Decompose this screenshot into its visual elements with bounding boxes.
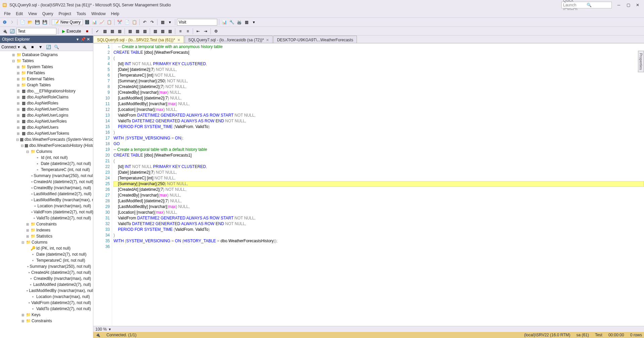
code-line[interactable]: GO	[113, 141, 644, 147]
tree-node[interactable]: ⊞▦dbo.AspNetUserLogins	[0, 112, 93, 118]
code-line[interactable]: [Summary] [nvarchar](250) NOT NULL,	[113, 181, 644, 187]
tree-node[interactable]: ▫LastModifiedBy (nvarchar(max), null)	[0, 197, 93, 203]
new-query-button[interactable]: 📝 New Query	[52, 19, 83, 25]
expander-icon[interactable]: ⊞	[26, 222, 30, 226]
code-line[interactable]: CREATE TABLE [dbo].[WeatherForecasts]	[113, 50, 644, 55]
document-tab[interactable]: DESKTOP-U9KGA9T\...WeatherForecasts	[273, 36, 357, 43]
tree-node[interactable]: ⊟▦dbo.WeatherForecastsHistory (History)	[0, 142, 93, 149]
tree-node[interactable]: ⊞📁Statistics	[0, 233, 93, 239]
tree-node[interactable]: ⊞▦dbo.AspNetRoles	[0, 100, 93, 106]
oe-stop-button[interactable]: ■	[29, 44, 36, 50]
include-plan-button[interactable]: ▦	[127, 28, 133, 35]
tree-node[interactable]: ⊞▦dbo.__EFMigrationsHistory	[0, 88, 93, 94]
properties-button[interactable]: ▾	[250, 19, 257, 26]
display-plan-button[interactable]: ▦	[101, 28, 108, 35]
oe-dropdown-icon[interactable]: ▾	[75, 37, 80, 42]
expander-icon[interactable]: ⊞	[21, 313, 25, 317]
document-tab[interactable]: SQLQuery7.sql - (lo...forecastdb (sa (72…	[185, 36, 273, 43]
paste-button[interactable]: 📋	[131, 19, 138, 26]
zoom-level[interactable]: 100 %	[95, 327, 107, 332]
oe-close-icon[interactable]: ✕	[86, 37, 91, 42]
expander-icon[interactable]: ⊟	[21, 144, 24, 147]
solution-config-button[interactable]: ▦	[159, 19, 166, 26]
oe-disconnect-button[interactable]: 🔌	[21, 44, 28, 50]
config-dropdown-button[interactable]: ▾	[167, 19, 173, 26]
expander-icon[interactable]: ⊞	[16, 95, 20, 99]
tree-node[interactable]: ⊞▦dbo.AspNetUserRoles	[0, 118, 93, 124]
expander-icon[interactable]: ⊞	[26, 235, 30, 238]
code-line[interactable]: ValidTo DATETIME2 GENERATED ALWAYS AS RO…	[113, 221, 644, 227]
tree-node[interactable]: ▫Summary (nvarchar(250), not null)	[0, 173, 93, 179]
close-button[interactable]: ✕	[633, 2, 642, 8]
tree-node[interactable]: 🔑Id (PK, int, not null)	[0, 245, 93, 251]
results-file-button[interactable]: ▦	[167, 28, 173, 35]
change-connection-button[interactable]: 🔄	[9, 28, 15, 35]
activity-monitor-button[interactable]: 📊	[221, 19, 228, 26]
expander-icon[interactable]: ⊞	[11, 53, 15, 57]
menu-file[interactable]: File	[1, 11, 13, 17]
code-line[interactable]: [Location] [nvarchar](max) NULL,	[113, 210, 644, 215]
properties-tab[interactable]: Properties	[638, 51, 644, 72]
expander-icon[interactable]: ⊞	[16, 65, 20, 69]
tree-node[interactable]: ⊞📁System Tables	[0, 64, 93, 70]
tree-node[interactable]: ⊞📁Constraints	[0, 318, 93, 324]
expander-icon[interactable]: ⊞	[16, 126, 20, 129]
code-line[interactable]: (	[113, 55, 644, 61]
code-line[interactable]: [Summary] [nvarchar](250) NOT NULL,	[113, 78, 644, 84]
expander-icon[interactable]: ⊟	[16, 138, 19, 141]
specify-values-button[interactable]: ⚙	[213, 28, 219, 35]
code-line[interactable]: [LastModifiedBy] [nvarchar](max) NULL,	[113, 101, 644, 107]
db-engine-query-button[interactable]: 🗄️	[84, 19, 90, 26]
code-line[interactable]	[113, 244, 644, 250]
code-line[interactable]: WITH (SYSTEM_VERSIONING = ON);	[113, 135, 644, 141]
tree-node[interactable]: ▫CreatedBy (nvarchar(max), null)	[0, 185, 93, 191]
code-line[interactable]: [TemperatureC] [int] NOT NULL,	[113, 73, 644, 78]
cut-button[interactable]: ✂️	[116, 19, 123, 26]
code-editor[interactable]: 1234567891011121314151617181920212223242…	[93, 43, 644, 326]
tree-node[interactable]: ⊞▦dbo.AspNetUserTokens	[0, 130, 93, 136]
visit-dropdown[interactable]: Visit	[177, 19, 217, 26]
code-line[interactable]: [Id] INT NOT NULL PRIMARY KEY CLUSTERED,	[113, 164, 644, 170]
code-line[interactable]: ValidTo DATETIME2 GENERATED ALWAYS AS RO…	[113, 118, 644, 124]
tree-node[interactable]: ⊞📁Database Diagrams	[0, 52, 93, 58]
code-line[interactable]: PERIOD FOR SYSTEM_TIME (ValidFrom, Valid…	[113, 124, 644, 130]
tree-node[interactable]: ⊟▦dbo.WeatherForecasts (System-Versioned…	[0, 136, 93, 142]
tree-node[interactable]: ▫CreatedAt (datetime2(7), not null)	[0, 269, 93, 276]
expander-icon[interactable]: ⊞	[16, 120, 20, 123]
code-line[interactable]: [Id] INT NOT NULL PRIMARY KEY CLUSTERED,	[113, 61, 644, 67]
connect-button[interactable]: 🔌	[1, 28, 8, 35]
oe-pin-icon[interactable]: 📌	[80, 37, 86, 42]
parse-button[interactable]: ✓	[94, 28, 101, 35]
mdx-query-button[interactable]: 📈	[98, 19, 105, 26]
code-line[interactable]: ValidFrom DATETIME2 GENERATED ALWAYS AS …	[113, 113, 644, 118]
oe-connect-dropdown-icon[interactable]: ▾	[18, 45, 20, 49]
intellisense-button[interactable]: ▦	[116, 28, 123, 35]
analysis-query-button[interactable]: 📊	[91, 19, 98, 26]
results-text-button[interactable]: ▦	[152, 28, 158, 35]
expander-icon[interactable]: ⊞	[16, 83, 20, 87]
code-line[interactable]: WITH (SYSTEM_VERSIONING = ON (HISTORY_TA…	[113, 238, 644, 244]
results-grid-button[interactable]: ▦	[159, 28, 166, 35]
oe-refresh-button[interactable]: 🔄	[45, 44, 52, 50]
code-line[interactable]: [CreatedAt] [datetime2](7) NOT NULL,	[113, 84, 644, 90]
tree-node[interactable]: ▫CreatedAt (datetime2(7), not null)	[0, 179, 93, 185]
redo-button[interactable]: ↷	[149, 19, 155, 26]
code-line[interactable]: [LastModifiedBy] [nvarchar](max) NULL,	[113, 204, 644, 210]
copy-button[interactable]: 📄	[124, 19, 130, 26]
tree-node[interactable]: ⊟📁Columns	[0, 149, 93, 155]
tree-node[interactable]: ⊞📁External Tables	[0, 76, 93, 82]
expander-icon[interactable]: ⊞	[16, 77, 20, 81]
query-options-button[interactable]: ▦	[109, 28, 116, 35]
menu-help[interactable]: Help	[108, 11, 122, 17]
include-stats-button[interactable]: ▦	[134, 28, 141, 35]
expander-icon[interactable]: ⊟	[11, 59, 15, 63]
xmla-query-button[interactable]: 📋	[106, 19, 112, 26]
new-file-button[interactable]: 📄	[19, 19, 26, 26]
tree-node[interactable]: ⊞▦dbo.AspNetUserClaims	[0, 106, 93, 112]
menu-project[interactable]: Project	[56, 11, 74, 17]
tree-node[interactable]: ▫ValidTo (datetime2(7), not null)	[0, 306, 93, 312]
decrease-indent-button[interactable]: ⇤	[195, 28, 201, 35]
code-line[interactable]: [Location] [nvarchar](max) NULL,	[113, 107, 644, 113]
tree-node[interactable]: ▫ValidFrom (datetime2(7), not null)	[0, 209, 93, 215]
code-line[interactable]: (	[113, 158, 644, 164]
